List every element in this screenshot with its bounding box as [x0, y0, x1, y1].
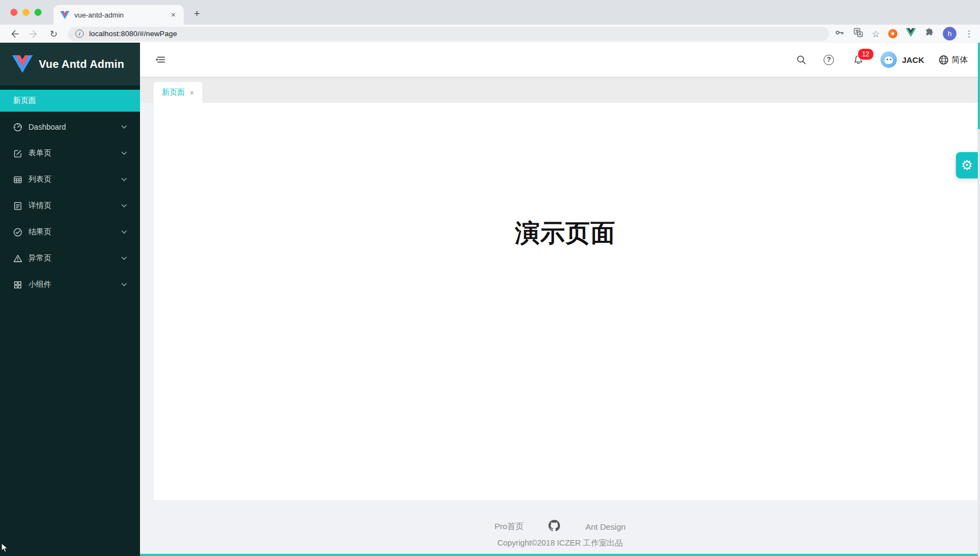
sidebar-item-label: 表单页 — [28, 148, 51, 158]
sidebar-item-list-page[interactable]: 列表页 — [0, 169, 140, 190]
header-actions: ? 12 JACK 简体 — [796, 51, 968, 68]
tab-close-icon[interactable]: × — [168, 10, 178, 20]
help-icon[interactable]: ? — [824, 55, 834, 65]
sidebar: Vue Antd Admin 新页面 Dashboard — [0, 43, 140, 556]
copyright: Copyright©2018 ICZER 工作室出品 — [140, 538, 980, 548]
profile-icon — [13, 201, 22, 211]
vue-favicon-icon — [60, 11, 69, 19]
zoom-window-button[interactable] — [34, 9, 42, 16]
browser-profile-avatar[interactable]: h — [943, 27, 956, 40]
footer-links: Pro首页 Ant Design — [140, 520, 980, 533]
sidebar-item-label: 结果页 — [28, 227, 51, 237]
browser-tabstrip: vue-antd-admin × + — [0, 0, 980, 25]
theme-settings-button[interactable]: ⚙ — [956, 152, 978, 178]
language-label: 简体 — [952, 55, 968, 65]
toolbar-right: ☆ h ⋮ — [835, 27, 973, 40]
screen: vue-antd-admin × + ↻ i localhost:8080/#/… — [0, 0, 980, 556]
globe-icon — [938, 55, 949, 65]
reload-button[interactable]: ↻ — [47, 27, 60, 40]
collapse-sidebar-icon[interactable] — [154, 54, 166, 66]
language-selector[interactable]: 简体 — [938, 55, 968, 65]
site-info-icon[interactable]: i — [75, 30, 84, 38]
forward-button[interactable] — [27, 27, 40, 40]
app-title: Vue Antd Admin — [39, 58, 124, 71]
notification-bell[interactable]: 12 — [853, 54, 864, 66]
chevron-down-icon — [121, 152, 127, 155]
back-button[interactable] — [8, 27, 21, 40]
footer-link-home[interactable]: Pro首页 — [494, 522, 523, 532]
page-title: 演示页面 — [154, 103, 977, 250]
search-icon[interactable] — [796, 54, 807, 66]
chevron-down-icon — [121, 204, 127, 207]
username: JACK — [902, 55, 924, 65]
main-area: ? 12 JACK 简体 新页面 × — [140, 43, 980, 556]
notification-badge: 12 — [858, 48, 873, 60]
sidebar-item-dashboard[interactable]: Dashboard — [0, 116, 140, 138]
password-key-icon[interactable] — [835, 27, 845, 40]
sidebar-item-form-page[interactable]: 表单页 — [0, 142, 140, 164]
url-text: localhost:8080/#/newPage — [89, 30, 177, 38]
chevron-down-icon — [121, 125, 127, 129]
warning-icon — [13, 254, 22, 263]
sidebar-item-result-page[interactable]: 结果页 — [0, 221, 140, 243]
vertical-scrollbar-thumb[interactable] — [978, 43, 980, 129]
github-icon[interactable] — [549, 520, 560, 533]
browser-toolbar: ↻ i localhost:8080/#/newPage ☆ h ⋮ — [0, 25, 980, 43]
window-controls — [0, 9, 42, 16]
sidebar-logo[interactable]: Vue Antd Admin — [0, 43, 140, 85]
horizontal-scrollbar-thumb[interactable] — [140, 554, 978, 556]
sidebar-item-label: 小组件 — [28, 280, 51, 289]
dashboard-icon — [13, 123, 22, 132]
extensions-puzzle-icon[interactable] — [924, 27, 935, 40]
sidebar-item-detail-page[interactable]: 详情页 — [0, 195, 140, 217]
sidebar-item-label: 新页面 — [13, 96, 36, 106]
page-tab-label: 新页面 — [162, 88, 185, 97]
user-avatar[interactable] — [880, 51, 897, 68]
content-card: 演示页面 — [154, 103, 977, 500]
close-window-button[interactable] — [10, 9, 18, 16]
new-tab-button[interactable]: + — [189, 7, 205, 22]
browser-tab[interactable]: vue-antd-admin × — [54, 5, 184, 25]
chevron-down-icon — [121, 283, 127, 286]
chevron-down-icon — [121, 230, 127, 234]
minimize-window-button[interactable] — [22, 9, 30, 16]
app-header: ? 12 JACK 简体 — [140, 43, 980, 77]
sidebar-item-widgets[interactable]: 小组件 — [0, 274, 140, 296]
page-tab-close-icon[interactable]: × — [190, 89, 194, 97]
vue-logo-icon — [12, 55, 33, 73]
sidebar-item-label: 详情页 — [28, 201, 51, 211]
table-icon — [13, 175, 22, 184]
vue-devtools-icon[interactable] — [906, 28, 916, 39]
sidebar-item-new-page[interactable]: 新页面 — [0, 90, 140, 112]
check-circle-icon — [13, 228, 22, 237]
page-tab-active[interactable]: 新页面 × — [154, 82, 202, 103]
browser-tab-title: vue-antd-admin — [74, 11, 168, 19]
form-icon — [13, 149, 22, 158]
mouse-cursor — [1, 543, 8, 553]
page-footer: Pro首页 Ant Design Copyright©2018 ICZER 工作… — [140, 500, 980, 548]
bookmark-star-icon[interactable]: ☆ — [872, 28, 880, 39]
translate-icon[interactable] — [853, 27, 864, 40]
browser-menu-kebab-icon[interactable]: ⋮ — [965, 30, 973, 38]
sidebar-menu: 新页面 Dashboard 表单页 — [0, 85, 140, 300]
appstore-icon — [13, 280, 22, 289]
sidebar-item-label: Dashboard — [28, 123, 66, 131]
page-tabbar: 新页面 × — [140, 77, 980, 103]
address-bar[interactable]: i localhost:8080/#/newPage — [68, 27, 829, 41]
chevron-down-icon — [121, 178, 127, 181]
footer-link-antd[interactable]: Ant Design — [585, 522, 625, 531]
sidebar-item-label: 异常页 — [28, 253, 51, 263]
app: Vue Antd Admin 新页面 Dashboard — [0, 43, 980, 556]
sidebar-item-label: 列表页 — [28, 175, 51, 184]
chevron-down-icon — [121, 257, 127, 260]
extension-orange-icon[interactable] — [888, 29, 897, 38]
sidebar-item-exception-page[interactable]: 异常页 — [0, 247, 140, 269]
gear-icon: ⚙ — [961, 159, 973, 172]
